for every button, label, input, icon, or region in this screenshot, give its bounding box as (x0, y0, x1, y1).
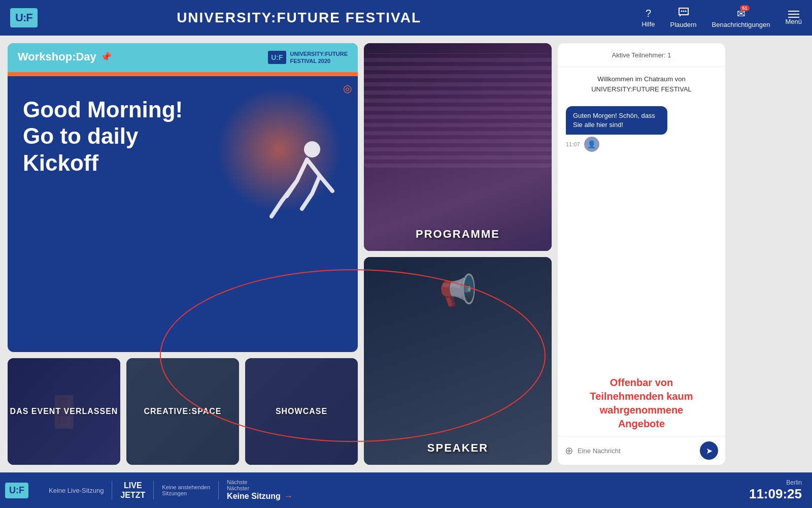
leave-label: DAS EVENT VERLASSEN (10, 407, 118, 416)
avatar-1: 👤 (584, 137, 599, 152)
uff-logo-box: U:F (268, 51, 286, 64)
footer-no-session: Keine Live-Sitzung (49, 487, 104, 494)
runner-icon (246, 135, 348, 239)
chat-input[interactable] (578, 447, 696, 455)
header: U:F UNIVERSITY:FUTURE FESTIVAL ? Hilfe P… (0, 0, 812, 36)
footer-no-session-value: Keine Sitzung (227, 492, 281, 501)
creative-space-card[interactable]: CREATIVE:SPACE (126, 358, 239, 465)
footer-logo-text: U:F (9, 485, 24, 495)
hero-text: Good Morning!Go to dailyKickoff (23, 97, 185, 177)
footer-divider-3 (218, 481, 219, 499)
message-time-1: 11:07 (566, 141, 580, 147)
chat-welcome-text: Willkommen im Chatraum vonUNIVERSITY:FUT… (591, 75, 692, 93)
message-bubble-1: Guten Morgen! Schön, dassSie alle hier s… (566, 106, 667, 135)
add-attachment-icon[interactable]: ⊕ (565, 444, 573, 457)
chat-panel: Aktive Teilnehmer: 1 Willkommen im Chatr… (558, 43, 725, 465)
showcase-label: SHOWCASE (276, 407, 327, 416)
message-meta-1: 11:07 👤 (566, 137, 717, 152)
chat-icon (678, 7, 689, 20)
annotation-text: Offenbar vonTeilnehmenden kaumwahrgenomm… (565, 376, 718, 431)
chat-messages: Guten Morgen! Schön, dassSie alle hier s… (558, 101, 725, 371)
hero-card[interactable]: Workshop:Day 📌 U:F UNIVERSITY:FUTUREFEST… (8, 43, 358, 352)
left-panel: Workshop:Day 📌 U:F UNIVERSITY:FUTUREFEST… (8, 43, 358, 465)
uff-name: UNIVERSITY:FUTUREFESTIVAL 2020 (290, 50, 348, 65)
bottom-cards: 🚪 DAS EVENT VERLASSEN CREATIVE:SPACE SHO… (8, 358, 358, 465)
footer-no-session-label: Keine Live-Sitzung (49, 487, 104, 494)
speaker-card[interactable]: 📢 SPEAKER (364, 257, 552, 465)
footer-divider-2 (153, 481, 154, 499)
send-arrow-icon: ➤ (706, 446, 713, 456)
footer: U:F Keine Live-Sitzung LIVEJETZT Keine a… (0, 472, 812, 508)
header-nav: ? Hilfe Plaudern ✉ 51 Benachrichtigungen (641, 7, 802, 28)
footer-clock: 11:09:25 (749, 486, 802, 502)
nav-notifications[interactable]: ✉ 51 Benachrichtigungen (712, 8, 770, 28)
workshop-day-label: Workshop:Day (18, 50, 96, 64)
footer-city: Berlin (786, 479, 802, 486)
chat-input-area: ⊕ ➤ (558, 436, 725, 465)
leave-event-card[interactable]: 🚪 DAS EVENT VERLASSEN (8, 358, 120, 465)
hamburger-icon (788, 11, 799, 18)
nav-help[interactable]: ? Hilfe (641, 8, 655, 28)
footer-live[interactable]: LIVEJETZT (120, 481, 145, 500)
orange-divider (8, 72, 358, 76)
annotation-area: Offenbar vonTeilnehmenden kaumwahrgenomm… (558, 371, 725, 436)
footer-divider-1 (112, 481, 112, 499)
pin-icon: 📌 (100, 51, 112, 62)
programme-label: PROGRAMME (416, 228, 500, 241)
nav-chat-label: Plaudern (670, 21, 697, 28)
uff-logo-box-text: U:F (271, 53, 283, 61)
showcase-card[interactable]: SHOWCASE (245, 358, 358, 465)
footer-sessions: Keine anstehendenSitzungen (162, 484, 210, 496)
help-icon: ? (646, 8, 651, 19)
nav-chat[interactable]: Plaudern (670, 7, 697, 28)
chat-header: Aktive Teilnehmer: 1 (558, 43, 725, 67)
footer-logo: U:F (5, 483, 28, 498)
nav-notifications-label: Benachrichtigungen (712, 21, 770, 28)
programme-texture (364, 53, 552, 168)
footer-sessions-label: Keine anstehendenSitzungen (162, 484, 210, 496)
nav-menu[interactable]: Menü (785, 11, 802, 25)
uff-logo-small: U:F UNIVERSITY:FUTUREFESTIVAL 2020 (268, 50, 348, 65)
svg-point-0 (681, 11, 682, 12)
hero-top: Workshop:Day 📌 U:F UNIVERSITY:FUTUREFEST… (8, 43, 358, 72)
nav-help-label: Hilfe (641, 20, 655, 28)
megaphone-icon: 📢 (439, 272, 477, 308)
middle-panel: PROGRAMME 📢 SPEAKER (364, 43, 552, 465)
main-content: Workshop:Day 📌 U:F UNIVERSITY:FUTUREFEST… (0, 36, 812, 472)
send-button[interactable]: ➤ (700, 441, 718, 460)
footer-arrow-icon: → (284, 491, 293, 502)
nav-menu-label: Menü (785, 18, 802, 25)
target-icon: ◎ (343, 82, 352, 94)
footer-next: NächsteNächster Keine Sitzung → (227, 479, 293, 502)
svg-point-2 (685, 11, 686, 12)
workshop-day: Workshop:Day 📌 (18, 50, 112, 64)
active-users: Aktive Teilnehmer: 1 (612, 51, 671, 59)
header-title: UNIVERSITY:FUTURE FESTIVAL (0, 10, 641, 26)
footer-next-label: NächsteNächster (227, 479, 293, 491)
creative-label: CREATIVE:SPACE (144, 407, 222, 416)
svg-point-1 (683, 11, 684, 12)
chat-welcome: Willkommen im Chatraum vonUNIVERSITY:FUT… (558, 67, 725, 101)
footer-next-value: Keine Sitzung → (227, 491, 293, 502)
notification-icon: ✉ 51 (737, 8, 746, 20)
programme-card[interactable]: PROGRAMME (364, 43, 552, 251)
notification-badge: 51 (740, 5, 749, 11)
svg-point-3 (304, 141, 320, 157)
speaker-label: SPEAKER (427, 441, 488, 455)
footer-live-label: LIVEJETZT (120, 481, 145, 499)
hero-body: Good Morning!Go to dailyKickoff ◎ (8, 76, 358, 249)
chat-message-1: Guten Morgen! Schön, dassSie alle hier s… (566, 106, 717, 152)
footer-time-section: Berlin 11:09:25 (749, 479, 802, 502)
